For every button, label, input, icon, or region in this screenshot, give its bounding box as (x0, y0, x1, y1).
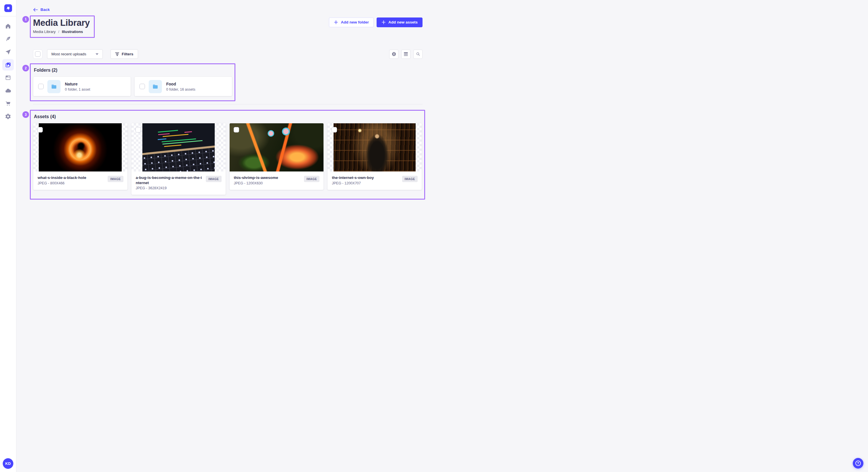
toolbar-left: Most recent uploads Filters (33, 49, 138, 59)
black-hole-photo (39, 123, 122, 171)
sidebar-item-content-manager[interactable] (2, 72, 14, 83)
asset-info: this-shrimp-is-awesome JPEG - 1200X630 I… (229, 171, 324, 190)
paper-plane-icon (5, 49, 11, 55)
asset-texts: the-internet-s-own-boy JPEG - 1200X707 (332, 175, 402, 185)
asset-checkbox[interactable] (37, 127, 43, 133)
asset-type-badge: IMAGE (304, 176, 319, 182)
list-icon (404, 52, 408, 56)
asset-card-shrimp[interactable]: this-shrimp-is-awesome JPEG - 1200X630 I… (229, 123, 324, 190)
asset-checkbox[interactable] (234, 127, 239, 133)
asset-thumbnail-area (33, 123, 127, 171)
add-new-assets-label: Add new assets (389, 20, 417, 24)
laptop-code-photo (143, 123, 215, 171)
asset-info: what-s-inside-a-black-hole JPEG - 800X46… (33, 171, 127, 190)
asset-name: this-shrimp-is-awesome (234, 175, 301, 180)
sidebar-item-settings[interactable] (2, 111, 14, 122)
breadcrumb: Media Library / Illustrations (33, 30, 90, 34)
folders-heading: Folders (2) (34, 68, 232, 73)
folder-name[interactable]: Nature (65, 82, 90, 86)
layout-icon (5, 74, 11, 81)
home-icon (5, 23, 11, 29)
sidebar: KD (0, 0, 17, 236)
sidebar-item-home[interactable] (2, 20, 14, 32)
asset-thumbnail-area (328, 123, 422, 171)
annotation-step-2: 2 (22, 65, 29, 71)
assets-section: 3 Assets (4) what-s-inside-a-black-hole … (30, 110, 425, 200)
folder-icon-wrap (48, 80, 61, 93)
folder-card-nature[interactable]: Nature 0 folder, 1 asset (33, 77, 131, 96)
asset-card-bug-meme[interactable]: a-bug-is-becoming-a-meme-on-the-internet… (131, 123, 226, 195)
asset-texts: this-shrimp-is-awesome JPEG - 1200X630 (234, 175, 304, 185)
asset-name: a-bug-is-becoming-a-meme-on-the-internet (136, 175, 203, 185)
folder-icon (152, 83, 159, 90)
sort-dropdown[interactable]: Most recent uploads (47, 49, 103, 59)
asset-meta: JPEG - 800X466 (38, 181, 105, 185)
asset-type-badge: IMAGE (206, 176, 221, 182)
asset-texts: what-s-inside-a-black-hole JPEG - 800X46… (38, 175, 107, 185)
select-all-checkbox[interactable] (35, 51, 40, 57)
breadcrumb-parent[interactable]: Media Library (33, 30, 56, 34)
toolbar-right (389, 49, 423, 59)
folder-icon-wrap (149, 80, 162, 93)
plus-icon (381, 20, 386, 24)
add-new-assets-button[interactable]: Add new assets (377, 18, 423, 27)
sidebar-nav (2, 16, 14, 122)
add-new-folder-button[interactable]: Add new folder (329, 18, 374, 27)
filters-label: Filters (122, 52, 133, 56)
asset-meta: JPEG - 3628X2419 (136, 186, 203, 190)
folder-name[interactable]: Food (166, 82, 195, 86)
asset-cards: what-s-inside-a-black-hole JPEG - 800X46… (33, 123, 422, 195)
asset-name: what-s-inside-a-black-hole (38, 175, 105, 180)
folder-icon (51, 83, 57, 90)
asset-checkbox[interactable] (135, 127, 141, 133)
sidebar-item-cloud[interactable] (2, 85, 14, 96)
folder-cards: Nature 0 folder, 1 asset Food 0 folder, … (33, 77, 232, 96)
header-row: 1 Media Library Media Library / Illustra… (33, 15, 423, 38)
folder-meta: 0 folder, 1 asset (65, 88, 90, 92)
library-portrait-photo (334, 123, 415, 171)
images-icon (5, 62, 11, 68)
back-arrow-icon (33, 8, 38, 12)
asset-meta: JPEG - 1200X630 (234, 181, 301, 185)
select-all-checkbox-wrap (33, 49, 42, 59)
strapi-logo[interactable] (4, 4, 12, 12)
sidebar-item-media-library[interactable] (2, 59, 14, 71)
asset-type-badge: IMAGE (107, 176, 123, 182)
search-button[interactable] (413, 49, 423, 59)
sort-dropdown-value: Most recent uploads (51, 52, 86, 56)
plus-icon (334, 20, 338, 24)
main-content: Back 1 Media Library Media Library / Ill… (17, 0, 434, 200)
filters-button[interactable]: Filters (111, 49, 138, 59)
asset-card-black-hole[interactable]: what-s-inside-a-black-hole JPEG - 800X46… (33, 123, 127, 190)
list-view-button[interactable] (401, 49, 410, 59)
gear-icon (392, 52, 396, 57)
view-settings-button[interactable] (389, 49, 398, 59)
sidebar-item-marketplace[interactable] (2, 98, 14, 109)
header-actions: Add new folder Add new assets (329, 18, 423, 27)
add-new-folder-label: Add new folder (341, 20, 369, 24)
folder-texts: Nature 0 folder, 1 asset (65, 82, 90, 92)
folder-texts: Food 0 folder, 16 assets (166, 82, 195, 92)
folders-section: 2 Folders (2) Nature 0 folder, 1 asset (30, 63, 236, 101)
asset-checkbox[interactable] (332, 127, 337, 133)
sidebar-item-content-type-builder[interactable] (2, 33, 14, 45)
toolbar: Most recent uploads Filters (33, 49, 423, 59)
asset-thumbnail-area (229, 123, 324, 171)
back-link[interactable]: Back (33, 7, 50, 12)
asset-info: a-bug-is-becoming-a-meme-on-the-internet… (131, 171, 226, 195)
gear-icon (5, 113, 11, 120)
sidebar-item-releases[interactable] (2, 46, 14, 58)
asset-card-internets-own-boy[interactable]: the-internet-s-own-boy JPEG - 1200X707 I… (328, 123, 422, 190)
section-divider (33, 104, 423, 104)
search-icon (415, 52, 421, 57)
mantis-shrimp-photo (229, 123, 324, 171)
annotation-step-1: 1 (22, 16, 29, 23)
breadcrumb-separator: / (58, 30, 59, 34)
folder-checkbox[interactable] (38, 84, 43, 89)
folder-checkbox[interactable] (140, 84, 145, 89)
folder-card-food[interactable]: Food 0 folder, 16 assets (135, 77, 232, 96)
assets-heading: Assets (4) (34, 114, 422, 119)
asset-texts: a-bug-is-becoming-a-meme-on-the-internet… (136, 175, 206, 190)
folder-meta: 0 folder, 16 assets (166, 88, 195, 92)
page-title: Media Library (33, 18, 90, 28)
